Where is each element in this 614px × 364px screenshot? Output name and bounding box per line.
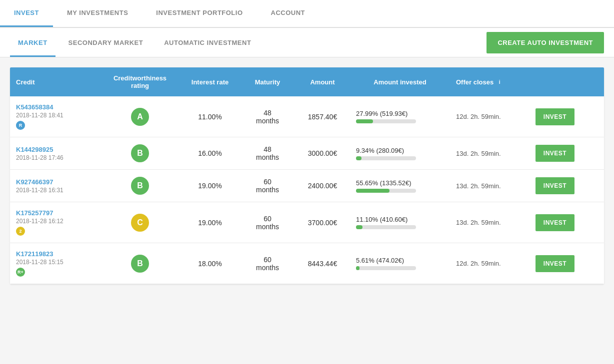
table-header: Credit Creditworthiness rating Interest … xyxy=(10,67,604,96)
interest-rate-cell: 16.00% xyxy=(180,142,240,164)
nav-my-investments[interactable]: MY INVESTMENTS xyxy=(53,0,142,27)
progress-bar-container xyxy=(356,225,416,229)
table-row: K144298925 2018-11-28 17:46 B 16.00% 48 … xyxy=(10,137,604,170)
nav-invest[interactable]: INVEST xyxy=(0,0,53,27)
interest-rate-cell: 11.00% xyxy=(180,106,240,128)
credit-link[interactable]: K172119823 xyxy=(16,250,53,258)
credit-cell: K175257797 2018-11-28 16:12 2 xyxy=(10,202,100,243)
interest-rate-value: 19.00% xyxy=(198,219,222,227)
offer-closes-cell: 13d. 2h. 59min. xyxy=(450,175,530,197)
th-credit: Credit xyxy=(10,67,100,96)
maturity-value: 60 xyxy=(264,178,272,186)
th-offer-closes: Offer closes i xyxy=(450,67,530,96)
credit-link[interactable]: K144298925 xyxy=(16,146,53,153)
table-row: K175257797 2018-11-28 16:12 2 C 19.00% 6… xyxy=(10,202,604,243)
maturity-cell: 60 months xyxy=(240,249,295,279)
maturity-cell: 48 months xyxy=(240,102,295,132)
create-auto-investment-button[interactable]: CREATE AUTO INVESTMENT xyxy=(486,32,604,53)
progress-bar xyxy=(356,119,373,123)
creditworthiness-badge: B xyxy=(131,177,149,195)
amount-cell: 8443.44€ xyxy=(295,253,350,275)
interest-rate-value: 11.00% xyxy=(198,113,222,121)
maturity-unit: months xyxy=(256,223,279,231)
amount-invested-value: 11.10% (410.60€) xyxy=(356,216,408,223)
credit-link[interactable]: K927466397 xyxy=(16,178,53,186)
maturity-value: 48 xyxy=(264,109,272,117)
th-amount: Amount xyxy=(295,67,350,96)
credit-cell: K543658384 2018-11-28 18:41 R xyxy=(10,96,100,137)
amount-value: 1857.40€ xyxy=(308,113,337,121)
progress-bar-container xyxy=(356,156,416,160)
maturity-value: 60 xyxy=(264,256,272,264)
invest-button[interactable]: INVEST xyxy=(536,255,574,272)
top-navigation: INVEST MY INVESTMENTS INVESTMENT PORTFOL… xyxy=(0,0,614,28)
offer-closes-cell: 13d. 2h. 59min. xyxy=(450,212,530,233)
investments-table: Credit Creditworthiness rating Interest … xyxy=(10,67,604,284)
maturity-unit: months xyxy=(256,186,279,194)
invest-action-cell: INVEST xyxy=(530,101,580,132)
progress-bar xyxy=(356,189,390,193)
amount-invested-cell: 9.34% (280.09€) xyxy=(350,140,450,167)
table-row: K172119823 2018-11-28 15:15 R+ B 18.00% … xyxy=(10,243,604,284)
subnav-market[interactable]: MARKET xyxy=(10,28,56,57)
amount-invested-value: 5.61% (474.02€) xyxy=(356,257,404,264)
creditworthiness-badge: A xyxy=(131,108,149,126)
offer-closes-value: 13d. 2h. 59min. xyxy=(456,182,501,190)
amount-value: 3000.00€ xyxy=(308,149,337,157)
subnav-automatic-investment[interactable]: AUTOMATIC INVESTMENT xyxy=(156,28,259,57)
amount-invested-cell: 55.65% (1335.52€) xyxy=(350,172,450,200)
offer-closes-value: 12d. 2h. 59min. xyxy=(456,260,501,267)
offer-closes-cell: 13d. 2h. 59min. xyxy=(450,143,530,164)
interest-rate-value: 18.00% xyxy=(198,260,222,268)
amount-cell: 2400.00€ xyxy=(295,175,350,197)
offer-closes-cell: 12d. 2h. 59min. xyxy=(450,253,530,274)
sub-navigation: MARKET SECONDARY MARKET AUTOMATIC INVEST… xyxy=(0,28,614,57)
invest-button[interactable]: INVEST xyxy=(536,145,574,162)
interest-rate-cell: 19.00% xyxy=(180,175,240,197)
amount-invested-cell: 11.10% (410.60€) xyxy=(350,209,450,236)
creditworthiness-cell: B xyxy=(100,170,180,202)
creditworthiness-cell: B xyxy=(100,248,180,280)
maturity-value: 60 xyxy=(264,215,272,223)
maturity-value: 48 xyxy=(264,145,272,153)
credit-cell: K172119823 2018-11-28 15:15 R+ xyxy=(10,243,100,284)
maturity-cell: 60 months xyxy=(240,208,295,238)
interest-rate-value: 16.00% xyxy=(198,149,222,157)
maturity-unit: months xyxy=(256,264,279,272)
credit-date: 2018-11-28 16:31 xyxy=(16,187,64,194)
amount-invested-value: 9.34% (280.09€) xyxy=(356,147,404,154)
subnav-secondary-market[interactable]: SECONDARY MARKET xyxy=(60,28,152,57)
offer-closes-value: 13d. 2h. 59min. xyxy=(456,219,501,226)
interest-rate-cell: 18.00% xyxy=(180,253,240,275)
creditworthiness-cell: C xyxy=(100,207,180,239)
offer-closes-info-icon[interactable]: i xyxy=(496,78,504,86)
invest-button[interactable]: INVEST xyxy=(536,177,574,194)
credit-date: 2018-11-28 15:15 xyxy=(16,259,64,266)
amount-value: 2400.00€ xyxy=(308,182,337,190)
credit-link[interactable]: K175257797 xyxy=(16,209,53,217)
invest-action-cell: INVEST xyxy=(530,207,580,238)
credit-cell: K927466397 2018-11-28 16:31 xyxy=(10,171,100,201)
nav-investment-portfolio[interactable]: INVESTMENT PORTFOLIO xyxy=(142,0,256,27)
progress-bar xyxy=(356,225,362,229)
table-body: K543658384 2018-11-28 18:41 R A 11.00% 4… xyxy=(10,96,604,284)
creditworthiness-cell: A xyxy=(100,101,180,133)
progress-bar xyxy=(356,156,362,160)
table-row: K927466397 2018-11-28 16:31 B 19.00% 60 … xyxy=(10,170,604,202)
th-amount-invested: Amount invested xyxy=(350,67,450,96)
offer-closes-cell: 12d. 2h. 59min. xyxy=(450,106,530,127)
invest-button[interactable]: INVEST xyxy=(536,214,574,231)
maturity-unit: months xyxy=(256,153,279,161)
th-creditworthiness: Creditworthiness rating xyxy=(100,67,180,96)
invest-action-cell: INVEST xyxy=(530,248,580,279)
invest-button[interactable]: INVEST xyxy=(536,108,574,125)
credit-date: 2018-11-28 17:46 xyxy=(16,154,64,161)
credit-link[interactable]: K543658384 xyxy=(16,103,53,111)
table-row: K543658384 2018-11-28 18:41 R A 11.00% 4… xyxy=(10,96,604,137)
sub-badge: 2 xyxy=(16,227,25,236)
amount-cell: 1857.40€ xyxy=(295,106,350,128)
amount-invested-cell: 27.99% (519.93€) xyxy=(350,103,450,130)
nav-account[interactable]: ACCOUNT xyxy=(257,0,320,27)
maturity-cell: 48 months xyxy=(240,138,295,168)
amount-invested-value: 55.65% (1335.52€) xyxy=(356,179,412,187)
